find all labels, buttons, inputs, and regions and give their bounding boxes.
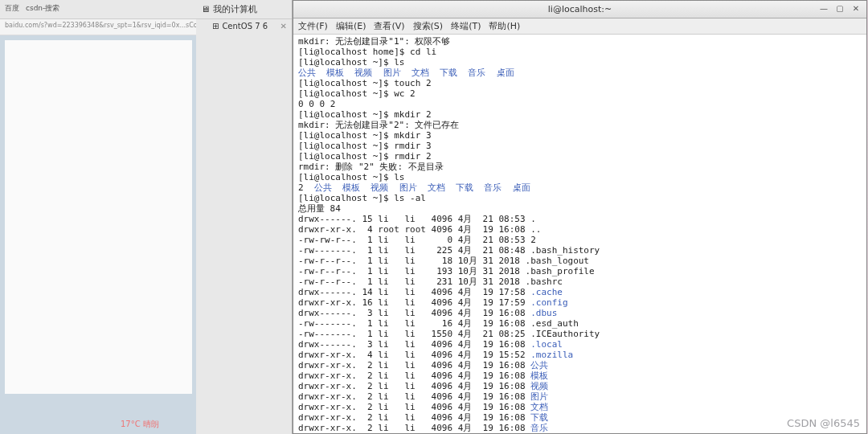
terminal-line: drwxr-xr-x. 4 li li 4096 4月 19 15:52 .mo… — [298, 350, 862, 360]
address-bar[interactable]: baidu.com/s?wd=223396348&rsv_spt=1&rsv_i… — [0, 19, 197, 35]
terminal-line: 总用量 84 — [298, 203, 862, 214]
terminal-line: [li@localhost ~]$ ls — [298, 172, 862, 182]
close-button[interactable]: ✕ — [850, 4, 862, 15]
browser-tab[interactable]: 百度 — [5, 3, 19, 15]
terminal-line: [li@localhost ~]$ rmdir 2 — [298, 151, 862, 162]
terminal-line: -rw-r--r--. 1 li li 231 10月 31 2018 .bas… — [298, 276, 862, 287]
computer-icon: 🖥 — [201, 4, 210, 14]
menu-view[interactable]: 查看(V) — [374, 20, 404, 32]
terminal-menubar: 文件(F) 编辑(E) 查看(V) 搜索(S) 终端(T) 帮助(H) — [293, 18, 866, 35]
vm-sidebar: 🖥 我的计算机 ⊞ CentOS 7 6 ✕ — [196, 0, 293, 434]
terminal-line: -rw-------. 1 li li 225 4月 21 08:48 .bas… — [298, 245, 862, 256]
weather-widget: 17°C 晴朗 — [121, 419, 159, 430]
sidebar-item-label: CentOS 7 6 — [222, 22, 268, 31]
terminal-line: 2 公共 模板 视频 图片 文档 下载 音乐 桌面 — [298, 182, 862, 193]
menu-edit[interactable]: 编辑(E) — [336, 20, 366, 32]
browser-content — [5, 40, 192, 394]
window-title: li@localhost:~ — [548, 4, 612, 14]
terminal-line: [li@localhost ~]$ touch 2 — [298, 78, 862, 88]
terminal-line: -rw-r--r--. 1 li li 193 10月 31 2018 .bas… — [298, 266, 862, 276]
terminal-line: -rw-------. 1 li li 16 4月 19 16:08 .esd_… — [298, 318, 862, 329]
terminal-line: [li@localhost ~]$ ls — [298, 57, 862, 68]
background-browser: 百度 csdn-搜索 baidu.com/s?wd=223396348&rsv_… — [0, 0, 197, 434]
terminal-line: [li@localhost ~]$ mkdir 3 — [298, 130, 862, 141]
sidebar-title-text: 我的计算机 — [213, 3, 257, 15]
terminal-line: drwxr-xr-x. 4 root root 4096 4月 19 16:08… — [298, 224, 862, 235]
menu-file[interactable]: 文件(F) — [298, 20, 328, 32]
menu-search[interactable]: 搜索(S) — [413, 20, 444, 32]
terminal-line: drwxr-xr-x. 2 li li 4096 4月 19 16:08 图片 — [298, 391, 862, 402]
close-icon[interactable]: ✕ — [280, 22, 287, 31]
terminal-line: drwxr-xr-x. 2 li li 4096 4月 19 16:08 下载 — [298, 412, 862, 423]
terminal-line: drwx------. 14 li li 4096 4月 19 17:58 .c… — [298, 287, 862, 297]
menu-terminal[interactable]: 终端(T) — [451, 20, 481, 32]
terminal-line: [li@localhost ~]$ rmdir 3 — [298, 141, 862, 151]
terminal-window: li@localhost:~ — ▢ ✕ 文件(F) 编辑(E) 查看(V) 搜… — [293, 0, 867, 434]
browser-tabs: 百度 csdn-搜索 — [0, 0, 197, 19]
terminal-output[interactable]: mkdir: 无法创建目录"1": 权限不够[li@localhost home… — [293, 35, 866, 433]
minimize-button[interactable]: — — [818, 4, 829, 15]
browser-tab[interactable]: csdn-搜索 — [26, 3, 59, 15]
terminal-line: drwxr-xr-x. 2 li li 4096 4月 19 16:08 音乐 — [298, 423, 862, 433]
terminal-line: -rw-r--r--. 1 li li 18 10月 31 2018 .bash… — [298, 256, 862, 266]
terminal-line: drwx------. 3 li li 4096 4月 19 16:08 .lo… — [298, 339, 862, 350]
terminal-line: drwxr-xr-x. 2 li li 4096 4月 19 16:08 视频 — [298, 381, 862, 391]
terminal-line: drwxr-xr-x. 2 li li 4096 4月 19 16:08 模板 — [298, 371, 862, 381]
terminal-line: -rw-------. 1 li li 1550 4月 21 08:25 .IC… — [298, 329, 862, 339]
terminal-line: mkdir: 无法创建目录"2": 文件已存在 — [298, 120, 862, 130]
watermark: CSDN @l6545 — [787, 417, 860, 429]
terminal-line: rmdir: 删除 "2" 失败: 不是目录 — [298, 162, 862, 172]
terminal-line: drwxr-xr-x. 16 li li 4096 4月 19 17:59 .c… — [298, 297, 862, 308]
terminal-line: [li@localhost home]$ cd li — [298, 47, 862, 57]
terminal-titlebar[interactable]: li@localhost:~ — ▢ ✕ — [293, 1, 866, 18]
terminal-line: [li@localhost ~]$ ls -al — [298, 193, 862, 203]
sidebar-title: 🖥 我的计算机 — [196, 0, 292, 19]
terminal-line: drwx------. 15 li li 4096 4月 21 08:53 . — [298, 214, 862, 224]
terminal-line: 公共 模板 视频 图片 文档 下载 音乐 桌面 — [298, 68, 862, 78]
maximize-button[interactable]: ▢ — [834, 4, 845, 15]
terminal-line: [li@localhost ~]$ wc 2 — [298, 88, 862, 99]
sidebar-item-centos[interactable]: ⊞ CentOS 7 6 ✕ — [196, 19, 292, 33]
vm-icon: ⊞ — [212, 22, 219, 31]
menu-help[interactable]: 帮助(H) — [489, 20, 520, 32]
terminal-line: drwxr-xr-x. 2 li li 4096 4月 19 16:08 文档 — [298, 402, 862, 412]
terminal-line: drwx------. 3 li li 4096 4月 19 16:08 .db… — [298, 308, 862, 318]
terminal-line: -rw-rw-r--. 1 li li 0 4月 21 08:53 2 — [298, 235, 862, 245]
terminal-line: [li@localhost ~]$ mkdir 2 — [298, 109, 862, 120]
terminal-line: mkdir: 无法创建目录"1": 权限不够 — [298, 36, 862, 47]
terminal-line: drwxr-xr-x. 2 li li 4096 4月 19 16:08 公共 — [298, 360, 862, 371]
terminal-line: 0 0 0 2 — [298, 99, 862, 109]
